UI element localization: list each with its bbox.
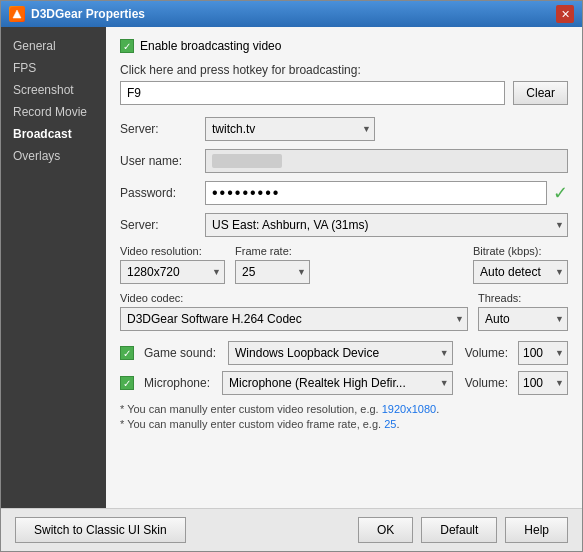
username-label: User name: [120,154,205,168]
hotkey-row: Clear [120,81,568,105]
note1: * You can manully enter custom video res… [120,403,568,415]
footer-left: Switch to Classic UI Skin [15,517,186,543]
app-icon [9,6,25,22]
note2-link[interactable]: 25 [384,418,396,430]
game-volume-select-wrapper: 100 [518,341,568,365]
game-sound-row: ✓ Game sound: Windows Loopback Device Vo… [120,341,568,365]
mic-volume-label: Volume: [465,376,508,390]
default-button[interactable]: Default [421,517,497,543]
codec-group: Video codec: D3DGear Software H.264 Code… [120,292,468,331]
game-sound-select-wrapper: Windows Loopback Device [228,341,453,365]
enable-checkbox[interactable]: ✓ [120,39,134,53]
bitrate-group: Bitrate (kbps): Auto detect 1000 [473,245,568,284]
bitrate-select[interactable]: Auto detect 1000 [473,260,568,284]
codec-select[interactable]: D3DGear Software H.264 Codec [120,307,468,331]
sidebar: General FPS Screenshot Record Movie Broa… [1,27,106,508]
enable-row: ✓ Enable broadcasting video [120,39,568,53]
server1-row: Server: twitch.tv YouTube [120,117,568,141]
mic-volume-select-wrapper: 100 [518,371,568,395]
sidebar-item-overlays[interactable]: Overlays [1,145,106,167]
sidebar-item-broadcast[interactable]: Broadcast [1,123,106,145]
content-area: General FPS Screenshot Record Movie Broa… [1,27,582,508]
notes-section: * You can manully enter custom video res… [120,403,568,430]
bitrate-label: Bitrate (kbps): [473,245,568,257]
username-display [205,149,568,173]
microphone-label: Microphone: [144,376,210,390]
microphone-row: ✓ Microphone: Microphone (Realtek High D… [120,371,568,395]
hotkey-section-label: Click here and press hotkey for broadcas… [120,63,568,77]
password-input[interactable] [205,181,547,205]
title-bar-left: D3DGear Properties [9,6,145,22]
close-button[interactable]: ✕ [556,5,574,23]
threads-label: Threads: [478,292,568,304]
codec-label: Video codec: [120,292,468,304]
codec-row: Video codec: D3DGear Software H.264 Code… [120,292,568,331]
game-volume-label: Volume: [465,346,508,360]
enable-label: Enable broadcasting video [140,39,281,53]
sidebar-item-screenshot[interactable]: Screenshot [1,79,106,101]
codec-select-wrapper: D3DGear Software H.264 Codec [120,307,468,331]
game-volume-select[interactable]: 100 [518,341,568,365]
framerate-label: Frame rate: [235,245,310,257]
resolution-select[interactable]: 1280x720 1920x1080 [120,260,225,284]
resolution-label: Video resolution: [120,245,225,257]
title-bar: D3DGear Properties ✕ [1,1,582,27]
sidebar-item-fps[interactable]: FPS [1,57,106,79]
password-label: Password: [120,186,205,200]
bitrate-select-wrapper: Auto detect 1000 [473,260,568,284]
microphone-select[interactable]: Microphone (Realtek High Defir... [222,371,453,395]
password-row: Password: ✓ [120,181,568,205]
framerate-select-wrapper: 25 30 [235,260,310,284]
note1-link[interactable]: 1920x1080 [382,403,436,415]
server1-label: Server: [120,122,205,136]
server1-select-wrapper: twitch.tv YouTube [205,117,375,141]
resolution-select-wrapper: 1280x720 1920x1080 [120,260,225,284]
game-sound-select[interactable]: Windows Loopback Device [228,341,453,365]
game-sound-label: Game sound: [144,346,216,360]
password-check-icon: ✓ [553,182,568,204]
clear-button[interactable]: Clear [513,81,568,105]
threads-group: Threads: Auto 1 [478,292,568,331]
microphone-checkbox[interactable]: ✓ [120,376,134,390]
note2: * You can manully enter custom video fra… [120,418,568,430]
server2-label: Server: [120,218,205,232]
threads-select-wrapper: Auto 1 [478,307,568,331]
game-sound-checkbox[interactable]: ✓ [120,346,134,360]
sidebar-item-record-movie[interactable]: Record Movie [1,101,106,123]
footer: Switch to Classic UI Skin OK Default Hel… [1,508,582,551]
resolution-group: Video resolution: 1280x720 1920x1080 [120,245,225,284]
threads-select[interactable]: Auto 1 [478,307,568,331]
footer-right: OK Default Help [358,517,568,543]
server2-row: Server: US East: Ashburn, VA (31ms) US W… [120,213,568,237]
main-panel: ✓ Enable broadcasting video Click here a… [106,27,582,508]
help-button[interactable]: Help [505,517,568,543]
microphone-select-wrapper: Microphone (Realtek High Defir... [222,371,453,395]
server2-select-wrapper: US East: Ashburn, VA (31ms) US West [205,213,568,237]
username-row: User name: [120,149,568,173]
framerate-select[interactable]: 25 30 [235,260,310,284]
server2-select[interactable]: US East: Ashburn, VA (31ms) US West [205,213,568,237]
ok-button[interactable]: OK [358,517,413,543]
resolution-row: Video resolution: 1280x720 1920x1080 Fra… [120,245,568,284]
framerate-group: Frame rate: 25 30 [235,245,310,284]
switch-skin-button[interactable]: Switch to Classic UI Skin [15,517,186,543]
window-title: D3DGear Properties [31,7,145,21]
hotkey-input[interactable] [120,81,505,105]
sidebar-item-general[interactable]: General [1,35,106,57]
mic-volume-select[interactable]: 100 [518,371,568,395]
server1-select[interactable]: twitch.tv YouTube [205,117,375,141]
main-window: D3DGear Properties ✕ General FPS Screens… [0,0,583,552]
